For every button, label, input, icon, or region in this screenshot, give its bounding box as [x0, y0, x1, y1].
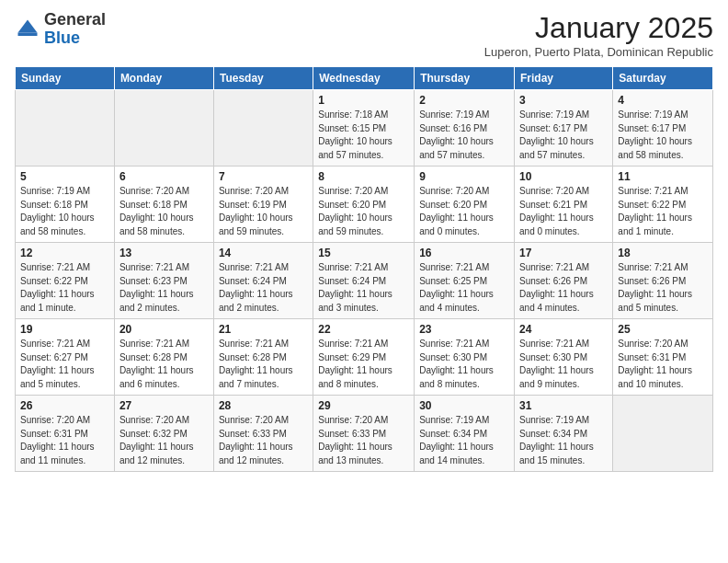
- day-info: Sunrise: 7:20 AM Sunset: 6:33 PM Dayligh…: [318, 414, 409, 467]
- logo-blue: Blue: [44, 29, 80, 47]
- month-title: January 2025: [484, 11, 713, 45]
- logo-text: General Blue: [44, 11, 106, 48]
- day-info: Sunrise: 7:20 AM Sunset: 6:31 PM Dayligh…: [618, 338, 708, 391]
- calendar-cell: 15Sunrise: 7:21 AM Sunset: 6:24 PM Dayli…: [313, 243, 415, 319]
- calendar-cell: 4Sunrise: 7:19 AM Sunset: 6:17 PM Daylig…: [613, 90, 713, 167]
- calendar-week-row: 1Sunrise: 7:18 AM Sunset: 6:15 PM Daylig…: [16, 90, 713, 167]
- calendar-cell: 3Sunrise: 7:19 AM Sunset: 6:17 PM Daylig…: [515, 90, 613, 167]
- calendar-cell: 8Sunrise: 7:20 AM Sunset: 6:20 PM Daylig…: [313, 167, 415, 243]
- day-number: 11: [618, 170, 708, 183]
- day-number: 30: [419, 399, 509, 412]
- calendar-cell: 13Sunrise: 7:21 AM Sunset: 6:23 PM Dayli…: [114, 243, 213, 319]
- day-info: Sunrise: 7:19 AM Sunset: 6:18 PM Dayligh…: [20, 185, 109, 238]
- calendar-body: 1Sunrise: 7:18 AM Sunset: 6:15 PM Daylig…: [16, 90, 713, 472]
- calendar-cell: 1Sunrise: 7:18 AM Sunset: 6:15 PM Daylig…: [313, 90, 415, 167]
- calendar-week-row: 26Sunrise: 7:20 AM Sunset: 6:31 PM Dayli…: [16, 396, 713, 472]
- day-info: Sunrise: 7:21 AM Sunset: 6:28 PM Dayligh…: [119, 338, 209, 391]
- day-info: Sunrise: 7:21 AM Sunset: 6:24 PM Dayligh…: [318, 261, 409, 315]
- day-info: Sunrise: 7:20 AM Sunset: 6:20 PM Dayligh…: [318, 185, 409, 238]
- day-number: 10: [519, 170, 608, 183]
- calendar-cell: 26Sunrise: 7:20 AM Sunset: 6:31 PM Dayli…: [16, 396, 115, 472]
- calendar-cell: 17Sunrise: 7:21 AM Sunset: 6:26 PM Dayli…: [515, 243, 613, 319]
- col-saturday: Saturday: [613, 67, 713, 90]
- day-number: 18: [618, 247, 708, 259]
- calendar-cell: [16, 90, 115, 167]
- day-number: 7: [219, 170, 308, 183]
- calendar-cell: 31Sunrise: 7:19 AM Sunset: 6:34 PM Dayli…: [515, 396, 613, 472]
- calendar-cell: 10Sunrise: 7:20 AM Sunset: 6:21 PM Dayli…: [515, 167, 613, 243]
- day-number: 12: [20, 247, 109, 259]
- day-number: 13: [119, 247, 209, 259]
- calendar-cell: 18Sunrise: 7:21 AM Sunset: 6:26 PM Dayli…: [613, 243, 713, 319]
- calendar-cell: [114, 90, 213, 167]
- logo-icon: [15, 17, 40, 42]
- day-info: Sunrise: 7:21 AM Sunset: 6:22 PM Dayligh…: [20, 261, 109, 315]
- day-info: Sunrise: 7:21 AM Sunset: 6:26 PM Dayligh…: [519, 261, 608, 315]
- calendar-cell: 12Sunrise: 7:21 AM Sunset: 6:22 PM Dayli…: [16, 243, 115, 319]
- day-number: 22: [318, 323, 409, 336]
- calendar-header-row: Sunday Monday Tuesday Wednesday Thursday…: [16, 67, 713, 90]
- svg-rect-1: [18, 32, 38, 36]
- calendar-cell: 16Sunrise: 7:21 AM Sunset: 6:25 PM Dayli…: [415, 243, 515, 319]
- day-info: Sunrise: 7:19 AM Sunset: 6:17 PM Dayligh…: [519, 109, 608, 162]
- calendar-cell: 5Sunrise: 7:19 AM Sunset: 6:18 PM Daylig…: [16, 167, 115, 243]
- day-number: 2: [419, 94, 509, 107]
- day-info: Sunrise: 7:20 AM Sunset: 6:21 PM Dayligh…: [519, 185, 608, 238]
- day-info: Sunrise: 7:21 AM Sunset: 6:30 PM Dayligh…: [419, 338, 509, 391]
- calendar-cell: 25Sunrise: 7:20 AM Sunset: 6:31 PM Dayli…: [613, 319, 713, 396]
- day-info: Sunrise: 7:19 AM Sunset: 6:34 PM Dayligh…: [519, 414, 608, 467]
- calendar-cell: 24Sunrise: 7:21 AM Sunset: 6:30 PM Dayli…: [515, 319, 613, 396]
- day-number: 17: [519, 247, 608, 259]
- col-monday: Monday: [114, 67, 213, 90]
- day-number: 14: [219, 247, 308, 259]
- day-number: 16: [419, 247, 509, 259]
- day-number: 9: [419, 170, 509, 183]
- day-number: 19: [20, 323, 109, 336]
- day-number: 15: [318, 247, 409, 259]
- day-info: Sunrise: 7:21 AM Sunset: 6:29 PM Dayligh…: [318, 338, 409, 391]
- day-info: Sunrise: 7:21 AM Sunset: 6:22 PM Dayligh…: [618, 185, 708, 238]
- calendar-cell: 2Sunrise: 7:19 AM Sunset: 6:16 PM Daylig…: [415, 90, 515, 167]
- header: General Blue January 2025 Luperon, Puert…: [15, 11, 713, 59]
- day-info: Sunrise: 7:19 AM Sunset: 6:17 PM Dayligh…: [618, 109, 708, 162]
- day-info: Sunrise: 7:20 AM Sunset: 6:31 PM Dayligh…: [20, 414, 109, 467]
- col-sunday: Sunday: [16, 67, 115, 90]
- page: General Blue January 2025 Luperon, Puert…: [0, 0, 728, 563]
- calendar-cell: 21Sunrise: 7:21 AM Sunset: 6:28 PM Dayli…: [213, 319, 313, 396]
- calendar-cell: 29Sunrise: 7:20 AM Sunset: 6:33 PM Dayli…: [313, 396, 415, 472]
- day-number: 29: [318, 399, 409, 412]
- day-info: Sunrise: 7:20 AM Sunset: 6:19 PM Dayligh…: [219, 185, 308, 238]
- day-number: 26: [20, 399, 109, 412]
- day-info: Sunrise: 7:20 AM Sunset: 6:18 PM Dayligh…: [119, 185, 209, 238]
- calendar-cell: 6Sunrise: 7:20 AM Sunset: 6:18 PM Daylig…: [114, 167, 213, 243]
- day-number: 21: [219, 323, 308, 336]
- calendar-week-row: 19Sunrise: 7:21 AM Sunset: 6:27 PM Dayli…: [16, 319, 713, 396]
- day-number: 28: [219, 399, 308, 412]
- day-number: 20: [119, 323, 209, 336]
- day-number: 31: [519, 399, 608, 412]
- day-info: Sunrise: 7:21 AM Sunset: 6:24 PM Dayligh…: [219, 261, 308, 315]
- day-number: 4: [618, 94, 708, 107]
- day-number: 3: [519, 94, 608, 107]
- location-subtitle: Luperon, Puerto Plata, Dominican Republi…: [484, 45, 713, 59]
- day-info: Sunrise: 7:21 AM Sunset: 6:23 PM Dayligh…: [119, 261, 209, 315]
- day-number: 8: [318, 170, 409, 183]
- day-info: Sunrise: 7:18 AM Sunset: 6:15 PM Dayligh…: [318, 109, 409, 162]
- day-number: 24: [519, 323, 608, 336]
- day-info: Sunrise: 7:21 AM Sunset: 6:25 PM Dayligh…: [419, 261, 509, 315]
- col-thursday: Thursday: [415, 67, 515, 90]
- day-info: Sunrise: 7:21 AM Sunset: 6:26 PM Dayligh…: [618, 261, 708, 315]
- calendar-cell: 27Sunrise: 7:20 AM Sunset: 6:32 PM Dayli…: [114, 396, 213, 472]
- calendar-cell: 7Sunrise: 7:20 AM Sunset: 6:19 PM Daylig…: [213, 167, 313, 243]
- day-number: 27: [119, 399, 209, 412]
- day-number: 1: [318, 94, 409, 107]
- calendar-cell: 9Sunrise: 7:20 AM Sunset: 6:20 PM Daylig…: [415, 167, 515, 243]
- day-info: Sunrise: 7:20 AM Sunset: 6:20 PM Dayligh…: [419, 185, 509, 238]
- logo-general: General: [44, 10, 106, 29]
- col-tuesday: Tuesday: [213, 67, 313, 90]
- day-info: Sunrise: 7:21 AM Sunset: 6:27 PM Dayligh…: [20, 338, 109, 391]
- day-number: 25: [618, 323, 708, 336]
- calendar-cell: 19Sunrise: 7:21 AM Sunset: 6:27 PM Dayli…: [16, 319, 115, 396]
- svg-marker-0: [18, 19, 38, 32]
- day-number: 6: [119, 170, 209, 183]
